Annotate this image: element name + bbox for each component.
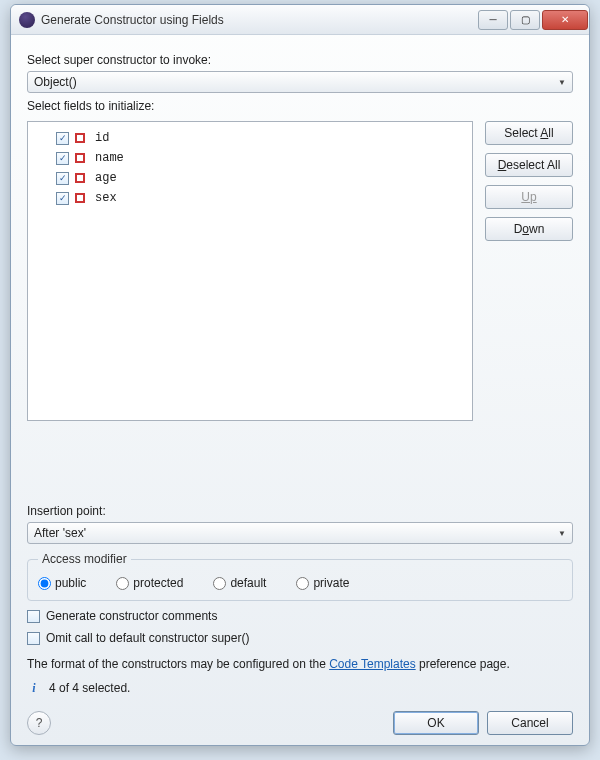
status-row: i 4 of 4 selected. bbox=[27, 681, 573, 695]
super-constructor-value: Object() bbox=[34, 75, 77, 89]
down-button[interactable]: Down bbox=[485, 217, 573, 241]
field-row[interactable]: ✓name bbox=[32, 148, 468, 168]
radio-public[interactable]: public bbox=[38, 576, 86, 590]
checkbox-icon bbox=[27, 632, 40, 645]
dialog-window: Generate Constructor using Fields ─ ▢ ✕ … bbox=[10, 4, 590, 746]
super-constructor-combo[interactable]: Object() bbox=[27, 71, 573, 93]
deselect-all-button[interactable]: Deselect All bbox=[485, 153, 573, 177]
field-icon bbox=[75, 193, 85, 203]
help-button[interactable]: ? bbox=[27, 711, 51, 735]
field-row[interactable]: ✓id bbox=[32, 128, 468, 148]
access-modifier-group: Access modifier public protected default… bbox=[27, 552, 573, 601]
minimize-button[interactable]: ─ bbox=[478, 10, 508, 30]
field-row[interactable]: ✓age bbox=[32, 168, 468, 188]
insertion-point-combo[interactable]: After 'sex' bbox=[27, 522, 573, 544]
omit-super-label: Omit call to default constructor super() bbox=[46, 631, 249, 645]
code-templates-link[interactable]: Code Templates bbox=[329, 657, 416, 671]
radio-default[interactable]: default bbox=[213, 576, 266, 590]
insertion-point-label: Insertion point: bbox=[27, 504, 573, 518]
field-checkbox[interactable]: ✓ bbox=[56, 132, 69, 145]
ok-button[interactable]: OK bbox=[393, 711, 479, 735]
field-name: name bbox=[95, 151, 124, 165]
template-note: The format of the constructors may be co… bbox=[27, 657, 573, 671]
super-constructor-label: Select super constructor to invoke: bbox=[27, 53, 573, 67]
select-all-button[interactable]: Select All bbox=[485, 121, 573, 145]
checkbox-icon bbox=[27, 610, 40, 623]
omit-super-checkbox[interactable]: Omit call to default constructor super() bbox=[27, 631, 573, 645]
radio-private[interactable]: private bbox=[296, 576, 349, 590]
up-button[interactable]: Up bbox=[485, 185, 573, 209]
titlebar: Generate Constructor using Fields ─ ▢ ✕ bbox=[11, 5, 589, 35]
status-text: 4 of 4 selected. bbox=[49, 681, 130, 695]
cancel-button[interactable]: Cancel bbox=[487, 711, 573, 735]
maximize-button[interactable]: ▢ bbox=[510, 10, 540, 30]
field-icon bbox=[75, 153, 85, 163]
insertion-point-value: After 'sex' bbox=[34, 526, 86, 540]
field-row[interactable]: ✓sex bbox=[32, 188, 468, 208]
fields-list[interactable]: ✓id✓name✓age✓sex bbox=[27, 121, 473, 421]
field-name: sex bbox=[95, 191, 117, 205]
access-modifier-legend: Access modifier bbox=[38, 552, 131, 566]
field-checkbox[interactable]: ✓ bbox=[56, 152, 69, 165]
field-name: id bbox=[95, 131, 109, 145]
field-checkbox[interactable]: ✓ bbox=[56, 172, 69, 185]
field-icon bbox=[75, 173, 85, 183]
field-checkbox[interactable]: ✓ bbox=[56, 192, 69, 205]
info-icon: i bbox=[27, 681, 41, 695]
app-icon bbox=[19, 12, 35, 28]
generate-comments-label: Generate constructor comments bbox=[46, 609, 217, 623]
fields-label: Select fields to initialize: bbox=[27, 99, 573, 113]
radio-protected[interactable]: protected bbox=[116, 576, 183, 590]
field-icon bbox=[75, 133, 85, 143]
window-title: Generate Constructor using Fields bbox=[41, 13, 477, 27]
close-button[interactable]: ✕ bbox=[542, 10, 588, 30]
generate-comments-checkbox[interactable]: Generate constructor comments bbox=[27, 609, 573, 623]
field-name: age bbox=[95, 171, 117, 185]
